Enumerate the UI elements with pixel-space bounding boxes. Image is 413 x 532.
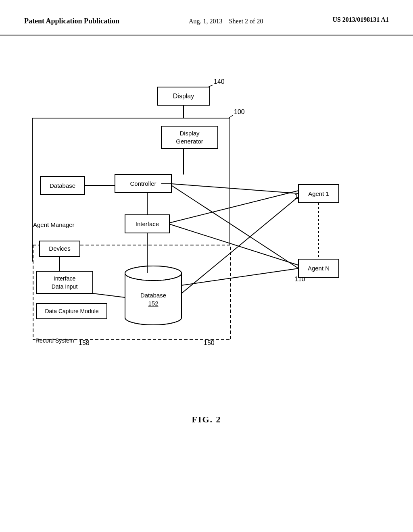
ref-100: 100 [234, 108, 245, 115]
database-top-label: Database [50, 182, 75, 189]
svg-point-12 [125, 266, 181, 281]
patent-number: US 2013/0198131 A1 [332, 16, 389, 23]
interface-data-label1: Interface [54, 275, 76, 282]
page-header: Patent Application Publication Aug. 1, 2… [0, 0, 413, 35]
interface-data-box [36, 271, 93, 293]
agentN-label: Agent N [308, 265, 330, 272]
ref-158: 158 [79, 339, 90, 346]
interface-data-label2: Data Input [52, 283, 78, 290]
db-bot-label2: 152 [148, 300, 158, 307]
ref-150: 150 [204, 339, 215, 346]
devices-label: Devices [49, 245, 70, 252]
display-label: Display [173, 93, 194, 100]
figure-caption: FIG. 2 [0, 406, 413, 425]
agent-manager-label: Agent Manager [33, 221, 75, 228]
controller-label: Controller [130, 180, 156, 187]
ref-140: 140 [214, 78, 225, 85]
publication-date: Aug. 1, 2013 [189, 18, 223, 25]
publication-date-sheet: Aug. 1, 2013 Sheet 2 of 20 [189, 16, 263, 27]
publication-title: Patent Application Publication [24, 16, 119, 26]
agent1-label: Agent 1 [308, 190, 329, 197]
db-bot-label1: Database [140, 292, 166, 299]
diagram-area: 140 100 102 106 108 110 104 110 160 156 … [0, 39, 413, 402]
patent-diagram: 140 100 102 106 108 110 104 110 160 156 … [0, 39, 413, 402]
data-capture-label: Data Capture Module [45, 308, 98, 314]
record-system-label: Record System [35, 337, 74, 344]
publication-sheet: Sheet 2 of 20 [229, 18, 263, 25]
interface-label: Interface [136, 220, 159, 227]
display-generator-label2: Generator [176, 138, 203, 145]
display-generator-label: Display [179, 130, 200, 137]
